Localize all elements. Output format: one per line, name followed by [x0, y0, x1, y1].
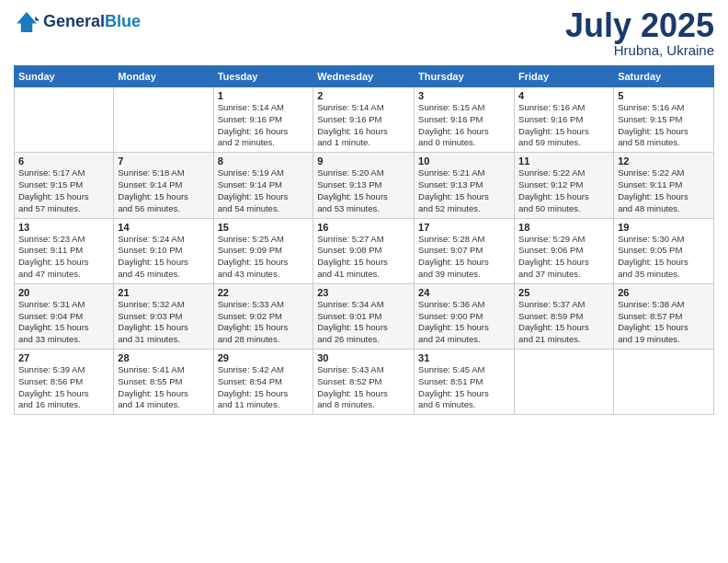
day-cell: 8Sunrise: 5:19 AM Sunset: 9:14 PM Daylig… [213, 153, 313, 218]
day-cell: 20Sunrise: 5:31 AM Sunset: 9:04 PM Dayli… [15, 283, 114, 349]
logo-general: GeneralBlue [43, 13, 141, 31]
day-cell: 30Sunrise: 5:43 AM Sunset: 8:52 PM Dayli… [313, 350, 415, 415]
day-cell: 17Sunrise: 5:28 AM Sunset: 9:07 PM Dayli… [415, 218, 515, 283]
day-cell: 3Sunrise: 5:15 AM Sunset: 9:16 PM Daylig… [415, 87, 515, 153]
day-detail: Sunrise: 5:25 AM Sunset: 9:09 PM Dayligh… [218, 234, 310, 281]
day-number: 31 [418, 352, 510, 363]
col-header-wednesday: Wednesday [313, 66, 415, 87]
day-number: 9 [317, 155, 410, 167]
day-cell: 29Sunrise: 5:42 AM Sunset: 8:54 PM Dayli… [213, 350, 313, 415]
day-number: 13 [18, 222, 109, 233]
day-cell: 9Sunrise: 5:20 AM Sunset: 9:13 PM Daylig… [313, 153, 415, 218]
day-cell: 27Sunrise: 5:39 AM Sunset: 8:56 PM Dayli… [15, 350, 114, 415]
day-detail: Sunrise: 5:18 AM Sunset: 9:14 PM Dayligh… [118, 167, 209, 214]
col-header-saturday: Saturday [614, 66, 714, 87]
day-cell [15, 87, 114, 153]
day-detail: Sunrise: 5:36 AM Sunset: 9:00 PM Dayligh… [418, 299, 510, 346]
day-cell: 22Sunrise: 5:33 AM Sunset: 9:02 PM Dayli… [213, 283, 313, 349]
day-cell: 19Sunrise: 5:30 AM Sunset: 9:05 PM Dayli… [614, 218, 714, 283]
day-detail: Sunrise: 5:30 AM Sunset: 9:05 PM Dayligh… [618, 234, 710, 281]
day-cell: 18Sunrise: 5:29 AM Sunset: 9:06 PM Dayli… [515, 218, 614, 283]
day-number: 21 [118, 287, 209, 298]
day-detail: Sunrise: 5:22 AM Sunset: 9:11 PM Dayligh… [618, 167, 710, 214]
week-row-3: 13Sunrise: 5:23 AM Sunset: 9:11 PM Dayli… [15, 218, 714, 283]
day-detail: Sunrise: 5:16 AM Sunset: 9:15 PM Dayligh… [618, 102, 710, 149]
day-detail: Sunrise: 5:29 AM Sunset: 9:06 PM Dayligh… [518, 234, 609, 281]
day-cell: 13Sunrise: 5:23 AM Sunset: 9:11 PM Dayli… [15, 218, 114, 283]
day-number: 12 [618, 155, 710, 167]
location: Hrubna, Ukraine [565, 42, 714, 58]
day-number: 2 [317, 90, 410, 101]
day-number: 20 [18, 287, 109, 298]
day-number: 3 [418, 90, 510, 101]
day-detail: Sunrise: 5:32 AM Sunset: 9:03 PM Dayligh… [118, 299, 209, 346]
day-cell: 11Sunrise: 5:22 AM Sunset: 9:12 PM Dayli… [515, 153, 614, 218]
day-cell [515, 350, 614, 415]
day-number: 25 [518, 287, 609, 298]
day-detail: Sunrise: 5:24 AM Sunset: 9:10 PM Dayligh… [118, 234, 209, 281]
month-title: July 2025 [565, 9, 714, 42]
col-header-monday: Monday [114, 66, 213, 87]
day-cell: 4Sunrise: 5:16 AM Sunset: 9:16 PM Daylig… [515, 87, 614, 153]
day-number: 27 [18, 352, 109, 363]
day-detail: Sunrise: 5:15 AM Sunset: 9:16 PM Dayligh… [418, 102, 510, 149]
day-detail: Sunrise: 5:19 AM Sunset: 9:14 PM Dayligh… [218, 167, 310, 214]
calendar: SundayMondayTuesdayWednesdayThursdayFrid… [14, 65, 714, 415]
day-number: 4 [518, 90, 609, 101]
day-number: 11 [518, 155, 609, 167]
day-cell: 28Sunrise: 5:41 AM Sunset: 8:55 PM Dayli… [114, 350, 213, 415]
day-detail: Sunrise: 5:39 AM Sunset: 8:56 PM Dayligh… [18, 364, 109, 411]
day-detail: Sunrise: 5:33 AM Sunset: 9:02 PM Dayligh… [218, 299, 310, 346]
day-detail: Sunrise: 5:41 AM Sunset: 8:55 PM Dayligh… [118, 364, 209, 411]
day-number: 29 [218, 352, 310, 363]
day-detail: Sunrise: 5:14 AM Sunset: 9:16 PM Dayligh… [317, 102, 410, 149]
week-row-4: 20Sunrise: 5:31 AM Sunset: 9:04 PM Dayli… [15, 283, 714, 349]
week-row-2: 6Sunrise: 5:17 AM Sunset: 9:15 PM Daylig… [15, 153, 714, 218]
day-detail: Sunrise: 5:28 AM Sunset: 9:07 PM Dayligh… [418, 234, 510, 281]
day-number: 15 [218, 222, 310, 233]
logo-icon [14, 9, 40, 35]
day-detail: Sunrise: 5:22 AM Sunset: 9:12 PM Dayligh… [518, 167, 609, 214]
day-number: 19 [618, 222, 710, 233]
day-number: 23 [317, 287, 410, 298]
day-detail: Sunrise: 5:23 AM Sunset: 9:11 PM Dayligh… [18, 234, 109, 281]
day-cell: 21Sunrise: 5:32 AM Sunset: 9:03 PM Dayli… [114, 283, 213, 349]
day-number: 1 [218, 90, 310, 101]
week-row-1: 1Sunrise: 5:14 AM Sunset: 9:16 PM Daylig… [15, 87, 714, 153]
day-cell: 23Sunrise: 5:34 AM Sunset: 9:01 PM Dayli… [313, 283, 415, 349]
day-cell: 15Sunrise: 5:25 AM Sunset: 9:09 PM Dayli… [213, 218, 313, 283]
day-cell [614, 350, 714, 415]
day-number: 6 [18, 155, 109, 167]
title-block: July 2025 Hrubna, Ukraine [565, 9, 714, 58]
day-number: 17 [418, 222, 510, 233]
day-number: 28 [118, 352, 209, 363]
day-detail: Sunrise: 5:37 AM Sunset: 8:59 PM Dayligh… [518, 299, 609, 346]
day-number: 30 [317, 352, 410, 363]
day-detail: Sunrise: 5:42 AM Sunset: 8:54 PM Dayligh… [218, 364, 310, 411]
day-detail: Sunrise: 5:21 AM Sunset: 9:13 PM Dayligh… [418, 167, 510, 214]
day-detail: Sunrise: 5:20 AM Sunset: 9:13 PM Dayligh… [317, 167, 410, 214]
calendar-body: 1Sunrise: 5:14 AM Sunset: 9:16 PM Daylig… [15, 87, 714, 415]
header-row: SundayMondayTuesdayWednesdayThursdayFrid… [15, 66, 714, 87]
logo: GeneralBlue [14, 9, 141, 35]
week-row-5: 27Sunrise: 5:39 AM Sunset: 8:56 PM Dayli… [15, 350, 714, 415]
day-number: 8 [218, 155, 310, 167]
day-cell: 2Sunrise: 5:14 AM Sunset: 9:16 PM Daylig… [313, 87, 415, 153]
day-cell: 24Sunrise: 5:36 AM Sunset: 9:00 PM Dayli… [415, 283, 515, 349]
day-detail: Sunrise: 5:14 AM Sunset: 9:16 PM Dayligh… [218, 102, 310, 149]
header: GeneralBlue July 2025 Hrubna, Ukraine [14, 9, 714, 58]
svg-marker-0 [17, 12, 37, 32]
day-cell: 16Sunrise: 5:27 AM Sunset: 9:08 PM Dayli… [313, 218, 415, 283]
day-number: 24 [418, 287, 510, 298]
day-number: 26 [618, 287, 710, 298]
day-detail: Sunrise: 5:38 AM Sunset: 8:57 PM Dayligh… [618, 299, 710, 346]
day-cell: 25Sunrise: 5:37 AM Sunset: 8:59 PM Dayli… [515, 283, 614, 349]
calendar-header: SundayMondayTuesdayWednesdayThursdayFrid… [15, 66, 714, 87]
day-number: 5 [618, 90, 710, 101]
day-cell: 7Sunrise: 5:18 AM Sunset: 9:14 PM Daylig… [114, 153, 213, 218]
day-cell: 31Sunrise: 5:45 AM Sunset: 8:51 PM Dayli… [415, 350, 515, 415]
day-detail: Sunrise: 5:43 AM Sunset: 8:52 PM Dayligh… [317, 364, 410, 411]
day-cell: 12Sunrise: 5:22 AM Sunset: 9:11 PM Dayli… [614, 153, 714, 218]
col-header-sunday: Sunday [15, 66, 114, 87]
col-header-tuesday: Tuesday [213, 66, 313, 87]
